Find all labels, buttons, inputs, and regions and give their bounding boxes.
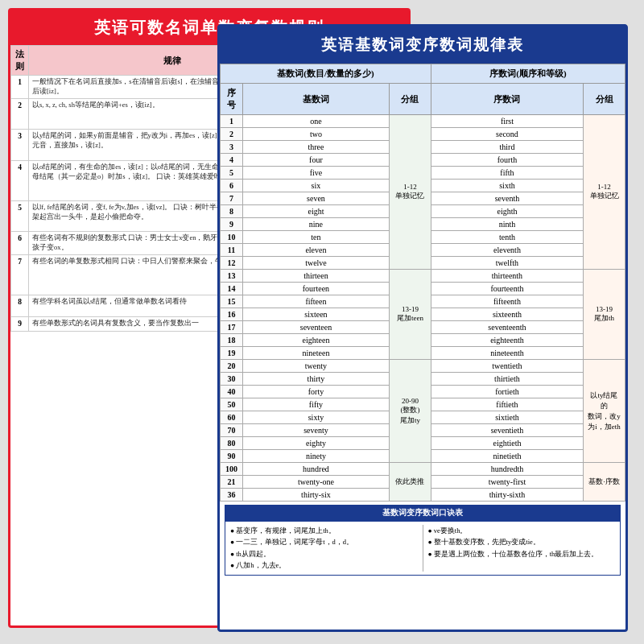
rule-number: 5 [11, 200, 29, 232]
cardinal-cell: seventeen [243, 321, 390, 334]
cardinal-cell: eighty [243, 437, 390, 450]
number-cell: 13 [221, 270, 243, 283]
ordinal-group-label: 以ty结尾的 数词，改y 为i，加eth [584, 360, 625, 463]
cardinal-cell: sixty [243, 411, 390, 424]
rule-number: 9 [11, 317, 29, 332]
number-cell: 8 [221, 205, 243, 218]
memo-title: 基数词变序数词口诀表 [225, 505, 621, 521]
number-cell: 60 [221, 411, 243, 424]
blue-card: 英语基数词变序数词规律表 基数词(数目/数量的多少) 序数词(顺序和等级) 序号… [217, 24, 628, 632]
ordinal-cell: sixteenth [431, 308, 583, 321]
memo-col-right: ● ve要换th。● 整十基数变序数，先把ty变成tie。● 要是遇上两位数，十… [428, 525, 616, 572]
cardinal-cell: ten [243, 231, 390, 244]
cardinal-group-label: 20-90 (整数) 尾加ty [389, 360, 431, 463]
ordinal-cell: nineteenth [431, 347, 583, 360]
cardinal-group-label: 1-12 单独记忆 [389, 115, 431, 270]
cardinal-cell: eighteen [243, 334, 390, 347]
ordinal-group-label: 13-19 尾加th [584, 270, 625, 360]
number-cell: 12 [221, 257, 243, 270]
cardinal-cell: eight [243, 205, 390, 218]
cardinal-cell: one [243, 115, 390, 128]
cardinal-cell: twenty-one [243, 476, 390, 489]
cardinal-cell: sixteen [243, 308, 390, 321]
number-cell: 14 [221, 283, 243, 295]
ordinal-cell: sixth [431, 180, 583, 192]
number-cell: 5 [221, 167, 243, 180]
number-cell: 15 [221, 295, 243, 308]
ordinal-cell: seventieth [431, 424, 583, 437]
memo-item: ● 要是遇上两位数，十位基数各位序，th最后加上去。 [428, 548, 616, 559]
cardinal-cell: eleven [243, 244, 390, 257]
ordinal-cell: fourth [431, 154, 583, 167]
number-cell: 18 [221, 334, 243, 347]
rule-number: 2 [11, 98, 29, 130]
ordinal-cell: eleventh [431, 244, 583, 257]
ordinal-cell: eighteenth [431, 334, 583, 347]
memo-columns: ● 基变序，有规律，词尾加上th。● 一二三，单独记，词尾字母t，d，d。● t… [225, 521, 621, 576]
memo-divider [423, 525, 423, 572]
cardinal-cell: nine [243, 218, 390, 231]
table-row: 13thirteen13-19 尾加teenthirteenth13-19 尾加… [221, 270, 625, 283]
memo-col-left: ● 基变序，有规律，词尾加上th。● 一二三，单独记，词尾字母t，d，d。● t… [230, 525, 418, 572]
memo-item: ● 一二三，单独记，词尾字母t，d，d。 [230, 536, 418, 547]
rule-number: 1 [11, 76, 29, 99]
blue-subheader-num1: 序号 [221, 84, 243, 115]
number-cell: 30 [221, 373, 243, 386]
rule-number: 7 [11, 255, 29, 295]
cardinal-cell: twelve [243, 257, 390, 270]
number-cell: 16 [221, 308, 243, 321]
number-cell: 4 [221, 154, 243, 167]
ordinal-cell: fourteenth [431, 283, 583, 295]
ordinal-group-label: 基数·序数 [584, 463, 625, 502]
ordinal-group-label: 1-12 单独记忆 [584, 115, 625, 270]
blue-subheader-ordinal: 序数词 [431, 84, 583, 115]
ordinal-cell: sixtieth [431, 411, 583, 424]
blue-subheader-group2: 分组 [584, 84, 625, 115]
blue-subheader-cardinal: 基数词 [243, 84, 390, 115]
cardinal-group-label: 13-19 尾加teen [389, 270, 431, 360]
blue-main-table: 基数词(数目/数量的多少) 序数词(顺序和等级) 序号 基数词 分组 序数词 分… [220, 64, 625, 502]
cardinal-cell: forty [243, 386, 390, 398]
ordinal-cell: tenth [431, 231, 583, 244]
number-cell: 50 [221, 398, 243, 411]
number-cell: 90 [221, 450, 243, 463]
ordinal-cell: fifth [431, 167, 583, 180]
number-cell: 19 [221, 347, 243, 360]
number-cell: 2 [221, 128, 243, 141]
ordinal-cell: eightieth [431, 437, 583, 450]
ordinal-cell: twenty-first [431, 476, 583, 489]
number-cell: 9 [221, 218, 243, 231]
table-row: 20twenty20-90 (整数) 尾加tytwentieth以ty结尾的 数… [221, 360, 625, 373]
ordinal-cell: thirty-sixth [431, 489, 583, 502]
cardinal-cell: five [243, 167, 390, 180]
number-cell: 7 [221, 192, 243, 205]
blue-card-title: 英语基数词变序数词规律表 [220, 27, 625, 64]
table-row: 1one1-12 单独记忆first1-12 单独记忆 [221, 115, 625, 128]
ordinal-cell: third [431, 141, 583, 154]
number-cell: 17 [221, 321, 243, 334]
ordinal-cell: twelfth [431, 257, 583, 270]
number-cell: 36 [221, 489, 243, 502]
number-cell: 6 [221, 180, 243, 192]
ordinal-cell: eighth [431, 205, 583, 218]
blue-subheader-group1: 分组 [389, 84, 431, 115]
cardinal-cell: fifteen [243, 295, 390, 308]
ordinal-cell: fortieth [431, 386, 583, 398]
cardinal-cell: thirty-six [243, 489, 390, 502]
number-cell: 10 [221, 231, 243, 244]
memo-item: ● 基变序，有规律，词尾加上th。 [230, 525, 418, 536]
memo-item: ● 整十基数变序数，先把ty变成tie。 [428, 536, 616, 547]
rule-number: 4 [11, 160, 29, 200]
blue-header-cardinal: 基数词(数目/数量的多少) [221, 64, 431, 84]
ordinal-cell: ninth [431, 218, 583, 231]
memo-item: ● ve要换th。 [428, 525, 616, 536]
memo-item: ● 八加h，九去e。 [230, 559, 418, 571]
number-cell: 40 [221, 386, 243, 398]
cardinal-cell: thirteen [243, 270, 390, 283]
ordinal-cell: ninetieth [431, 450, 583, 463]
cardinal-cell: fourteen [243, 283, 390, 295]
rule-number: 8 [11, 295, 29, 316]
rule-number: 6 [11, 232, 29, 255]
ordinal-cell: second [431, 128, 583, 141]
cardinal-cell: nineteen [243, 347, 390, 360]
